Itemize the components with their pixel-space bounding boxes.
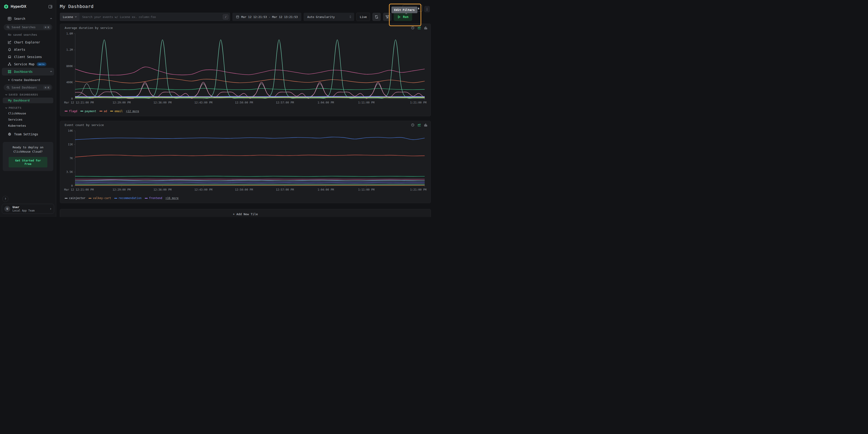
beta-badge: BETA [37,62,46,66]
legend-item[interactable]: ad [99,110,107,113]
svg-text:1.6M: 1.6M [66,32,73,35]
clock-icon[interactable] [411,123,414,127]
svg-text:Mar 12 12:21:00 PM: Mar 12 12:21:00 PM [64,188,94,191]
saved-dashboards-search[interactable]: ⌘ K [4,85,52,91]
bar-chart-icon[interactable] [424,123,427,127]
date-range-picker[interactable]: Mar 12 12:21:53 - Mar 12 13:21:53 [232,13,301,21]
legend-swatch [99,111,102,111]
user-menu[interactable]: U User Local App Team › [2,204,54,214]
dashboards-grid-icon [8,70,11,74]
saved-dashboards-section-header[interactable]: SAVED DASHBOARDS [0,91,56,97]
chart-canvas-wrap[interactable]: 0400K800K1.2M1.6MMar 12 12:21:00 PM12:29… [64,31,427,109]
chevron-up-icon[interactable] [50,70,52,73]
language-selector[interactable]: Lucene [60,13,80,21]
clock-icon[interactable] [411,26,414,30]
refresh-icon [375,15,378,19]
sidebar-item-kubernetes[interactable]: Kubernetes [0,123,56,129]
legend-item[interactable]: valkey-cart [89,197,111,200]
sidebar-item-label: Chart Explorer [14,40,40,44]
svg-text:400K: 400K [66,81,73,84]
event-search-bar[interactable]: Lucene / [60,13,230,21]
svg-text:7K: 7K [70,157,73,160]
tile-toolbar [411,123,427,127]
svg-text:12:57:00 PM: 12:57:00 PM [276,188,294,191]
legend-label: ad [104,110,107,113]
legend-swatch [145,198,148,199]
help-button[interactable]: ? [2,196,8,202]
sidebar-item-label: Search [14,17,25,21]
avatar: U [4,206,10,212]
sidebar-item-team-settings[interactable]: Team Settings [0,131,56,138]
sidebar-item-label: Dashboards [14,70,33,73]
sidebar-nav: Search ⌘ K No saved searches [0,15,56,171]
svg-text:12:29:00 PM: 12:29:00 PM [113,188,131,191]
legend-label: payment [85,110,96,113]
legend-item[interactable]: frontend [145,197,162,200]
legend-label: cainjector [69,197,85,200]
hyperdx-logo-icon [4,4,9,9]
svg-text:14K: 14K [68,129,73,132]
saved-searches-input[interactable] [11,26,37,29]
sidebar-item-dashboards[interactable]: Dashboards [2,68,54,75]
svg-text:0: 0 [71,184,73,187]
legend-more-link[interactable]: +16 more [165,197,179,200]
bar-chart-icon[interactable] [424,26,427,30]
sidebar-item-chart-explorer[interactable]: Chart Explorer [0,39,56,46]
legend-item[interactable]: payment [80,110,96,113]
sidebar-item-clickhouse[interactable]: ClickHouse [0,110,56,116]
create-dashboard-button[interactable]: + Create Dashboard [0,75,56,82]
chart-canvas[interactable]: 03.5K7K11K14KMar 12 12:21:00 PM12:29:00 … [64,128,427,196]
tile-average-duration: Average duration by service 0400K800K1.2… [60,24,431,116]
sidebar-item-services[interactable]: Services [0,116,56,123]
line-chart-icon[interactable] [417,123,421,127]
sidebar-item-label: Service Map [14,62,34,66]
section-header-label: SAVED DASHBOARDS [9,93,38,96]
logo-row: HyperDX [0,3,56,9]
play-icon [397,15,401,19]
sidebar: HyperDX Search [0,0,56,217]
line-chart-icon[interactable] [417,26,421,30]
chart-explorer-icon [8,40,11,44]
presets-section-header[interactable]: PRESETS [0,104,56,110]
svg-text:12:29:00 PM: 12:29:00 PM [113,101,131,104]
sidebar-item-search[interactable]: Search [0,15,56,22]
legend-item[interactable]: email [110,110,123,113]
sidebar-item-service-map[interactable]: Service Map BETA [0,61,56,68]
tile-event-count: Event count by service 03.5K7K11K14KMar … [60,121,431,203]
chevron-down-icon [75,16,77,18]
collapse-sidebar-icon[interactable] [49,5,52,9]
saved-dashboards-input[interactable] [11,86,37,89]
get-started-button[interactable]: Get Started for Free [9,157,47,167]
saved-searches-search[interactable]: ⌘ K [4,24,52,30]
run-button[interactable]: Run [394,13,412,21]
svg-text:12:50:00 PM: 12:50:00 PM [235,101,253,104]
legend-swatch [80,111,83,111]
sidebar-item-my-dashboard[interactable]: My Dashboard [3,98,53,103]
edit-filters-tooltip: Edit Filters [392,7,417,13]
legend-label: email [115,110,123,113]
legend-item[interactable]: recommendation [114,197,142,200]
add-new-tile-button[interactable]: + Add New Tile [60,209,431,217]
magnifier-icon [7,86,9,89]
legend-swatch [65,198,68,199]
legend-item[interactable]: cainjector [65,197,85,200]
sidebar-item-client-sessions[interactable]: Client Sessions [0,53,56,61]
legend-item[interactable]: flagd [65,110,77,113]
sidebar-item-label: Client Sessions [14,55,42,59]
cmd-k-shortcut: ⌘ K [43,26,51,29]
sidebar-item-alerts[interactable]: Alerts [0,46,56,53]
chart-legend: flagdpaymentademail+12 more [65,109,427,113]
user-team: Local App Team [12,209,35,212]
live-button[interactable]: Live [356,13,370,21]
dashboard-menu-button[interactable]: ⋮ [424,6,430,12]
legend-more-link[interactable]: +12 more [126,110,139,113]
chart-canvas-wrap[interactable]: 03.5K7K11K14KMar 12 12:21:00 PM12:29:00 … [64,128,427,196]
edit-filters-button[interactable] [383,13,392,21]
page-title: My Dashboard [60,4,94,9]
chart-title: Average duration by service [64,26,427,30]
refresh-button[interactable] [372,13,381,21]
chart-canvas[interactable]: 0400K800K1.2M1.6MMar 12 12:21:00 PM12:29… [64,31,427,109]
chevron-up-icon[interactable] [50,17,52,21]
granularity-select[interactable]: Auto Granularity [304,13,354,21]
event-search-input[interactable] [80,15,223,19]
